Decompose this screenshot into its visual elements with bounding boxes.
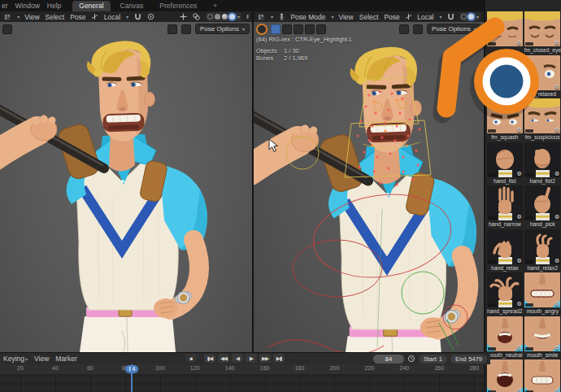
- pose-thumbnail-pose-8-1[interactable]: ⚙: [524, 359, 560, 392]
- pose-asset-hand-fist2[interactable]: ⚙ hand_fist2: [524, 142, 561, 186]
- pose-options-button[interactable]: Pose Options▾: [427, 24, 481, 34]
- active-tool-icon[interactable]: [256, 24, 267, 35]
- vp1-option-icon-b[interactable]: [181, 24, 191, 34]
- vp2-menu-view[interactable]: View: [338, 13, 353, 21]
- shading-solid-icon[interactable]: [215, 14, 220, 20]
- pose-thumbnail-fm-suspicious[interactable]: ⚙: [524, 98, 560, 133]
- editor-type-icon[interactable]: [3, 12, 11, 21]
- timeline-menu-marker[interactable]: Marker: [55, 355, 76, 363]
- menu-help[interactable]: Help: [47, 2, 61, 10]
- transport-button-6[interactable]: ▶▮: [273, 354, 285, 363]
- workspace-tab-preferences[interactable]: Preferences: [153, 1, 203, 11]
- frame-start-field[interactable]: Start1: [419, 355, 447, 364]
- pose-asset-mouth-angry[interactable]: ⚙ mouth_angry: [524, 272, 561, 316]
- gear-icon[interactable]: ⚙: [554, 301, 559, 307]
- pose-thumbnail-hand-narrow[interactable]: ⚙: [487, 185, 523, 220]
- gear-icon[interactable]: ⚙: [554, 345, 559, 351]
- gear-icon[interactable]: ⚙: [554, 40, 559, 46]
- pose-asset-pose-8-1[interactable]: ⚙: [524, 359, 561, 392]
- gear-icon[interactable]: ⚙: [554, 214, 559, 220]
- pose-asset-hand-relax[interactable]: ⚙ hand_relax: [486, 229, 524, 273]
- gear-icon[interactable]: ⚙: [516, 84, 521, 89]
- menu-window[interactable]: Window: [15, 2, 40, 10]
- pose-thumbnail-mouth-smile[interactable]: ⚙: [524, 316, 560, 351]
- pose-thumbnail-mouth-angry[interactable]: ⚙: [524, 272, 560, 307]
- pose-asset-pose-8-0[interactable]: ⚙: [486, 359, 524, 392]
- gear-icon[interactable]: ⚙: [516, 171, 521, 176]
- shading-rendered-icon[interactable]: [229, 14, 235, 20]
- vp2-menu-select[interactable]: Select: [359, 13, 379, 21]
- pose-thumbnail-pose-8-0[interactable]: ⚙: [487, 359, 523, 392]
- snap-magnet-icon[interactable]: [447, 12, 454, 21]
- vp2-menu-pose[interactable]: Pose: [384, 13, 399, 21]
- pose-asset-hand-pick[interactable]: ⚙ hand_pick: [524, 185, 561, 229]
- vp1-menu-view[interactable]: View: [24, 13, 39, 21]
- gear-icon[interactable]: ⚙: [516, 345, 521, 351]
- mode-selector[interactable]: Pose Mode: [290, 13, 325, 21]
- tool-scale-button[interactable]: [316, 24, 326, 34]
- gear-icon[interactable]: ⚙: [516, 301, 521, 307]
- workspace-tab-item[interactable]: +: [207, 1, 224, 11]
- shading-solid-icon[interactable]: [468, 14, 474, 20]
- tool-select-box-button[interactable]: [282, 24, 292, 34]
- gear-icon[interactable]: ⚙: [554, 258, 559, 264]
- vp1-option-icon-a[interactable]: [167, 24, 177, 34]
- pose-options-button[interactable]: Pose Options▾: [195, 24, 250, 34]
- workspace-tab-canvas[interactable]: Canvas: [114, 1, 150, 11]
- shading-wireframe-icon[interactable]: [207, 14, 213, 20]
- timeline-menu-view[interactable]: View: [34, 355, 49, 363]
- pose-asset-hand-narrow[interactable]: ⚙ hand_narrow: [486, 185, 524, 229]
- viewport-solid[interactable]: ▾ ViewSelectPose Local ▾ ▾ ‖: [0, 11, 254, 352]
- gizmo-icon[interactable]: [180, 12, 188, 21]
- transport-button-3[interactable]: ◀: [232, 354, 243, 363]
- pose-asset-hand-fist[interactable]: ⚙ hand_fist: [486, 142, 524, 186]
- orientation-value[interactable]: Local: [417, 13, 433, 21]
- gear-icon[interactable]: ⚙: [554, 388, 559, 392]
- playhead[interactable]: [131, 364, 133, 392]
- pose-thumbnail-mouth-neutral[interactable]: ⚙: [487, 316, 523, 351]
- frame-end-field[interactable]: End5479: [450, 355, 487, 364]
- pose-thumbnail-hand-relax2[interactable]: ⚙: [524, 229, 560, 264]
- tool-settings-button[interactable]: [2, 24, 12, 34]
- gear-icon[interactable]: ⚙: [516, 388, 521, 392]
- vp1-menu-select[interactable]: Select: [46, 13, 65, 21]
- timeline-menu-keying[interactable]: Keying▾: [3, 355, 28, 363]
- timeline-tracks[interactable]: [0, 374, 484, 392]
- pose-thumbnail-hand-relax[interactable]: ⚙: [487, 229, 523, 264]
- pose-thumbnail-fm-squash[interactable]: ⚙: [487, 98, 523, 133]
- vp1-menu-pose[interactable]: Pose: [70, 13, 85, 21]
- pose-asset-fm-suspicious[interactable]: ⚙ fm_suspicious: [524, 98, 561, 142]
- gear-icon[interactable]: ⚙: [516, 40, 521, 46]
- pose-asset-mouth-smile[interactable]: ⚙ mouth_smile: [524, 316, 561, 360]
- gear-icon[interactable]: ⚙: [554, 171, 559, 176]
- pose-asset-fm-closed-eyes[interactable]: ⚙ fm_closed_eyes: [524, 11, 561, 55]
- gear-icon[interactable]: ⚙: [554, 127, 559, 133]
- shading-wireframe-icon[interactable]: [461, 14, 467, 20]
- timeline-editor[interactable]: Keying▾ViewMarker ■▮◀◀◀◀▶▶▶▶▮ 84 Start1 …: [0, 352, 484, 392]
- pose-asset-fm-squash[interactable]: ⚙ fm_squash: [486, 98, 524, 142]
- gear-icon[interactable]: ⚙: [554, 84, 559, 89]
- snap-magnet-icon[interactable]: [133, 12, 141, 21]
- menu-er[interactable]: er: [2, 2, 8, 10]
- gear-icon[interactable]: ⚙: [516, 127, 521, 133]
- proportional-edit-icon[interactable]: [146, 12, 154, 21]
- overlays-icon[interactable]: [193, 12, 201, 21]
- pose-asset-hand-relax2[interactable]: ⚙ hand_relax2: [524, 229, 561, 273]
- transport-button-2[interactable]: ◀◀: [218, 354, 229, 363]
- transport-button-4[interactable]: ▶: [246, 354, 257, 363]
- pose-thumbnail-hand-spread2[interactable]: ⚙: [487, 272, 523, 307]
- pose-thumbnail-pose-0-0[interactable]: ⚙: [487, 11, 523, 46]
- tool-tweak-button[interactable]: [271, 24, 280, 34]
- pose-thumbnail-fm-closed-eyes[interactable]: ⚙: [524, 11, 560, 46]
- tool-move-button[interactable]: [294, 24, 303, 34]
- tool-rotate-button[interactable]: [305, 24, 315, 34]
- vp2-option-icon-a[interactable]: [399, 24, 409, 34]
- pose-asset-pose-1-0[interactable]: ⚙: [486, 55, 524, 99]
- pose-asset-fm-relaxed[interactable]: ⚙ fm_relaxed: [524, 55, 561, 99]
- pose-thumbnail-hand-fist2[interactable]: ⚙: [524, 142, 560, 177]
- pose-asset-mouth-neutral[interactable]: ⚙ mouth_neutral: [486, 316, 524, 360]
- gear-icon[interactable]: ⚙: [516, 258, 521, 264]
- overlay-toggle-icon[interactable]: ‖: [246, 14, 249, 20]
- pose-asset-pose-0-0[interactable]: ⚙: [486, 11, 524, 55]
- pose-asset-hand-spread2[interactable]: ⚙ hand_spread2: [486, 272, 524, 316]
